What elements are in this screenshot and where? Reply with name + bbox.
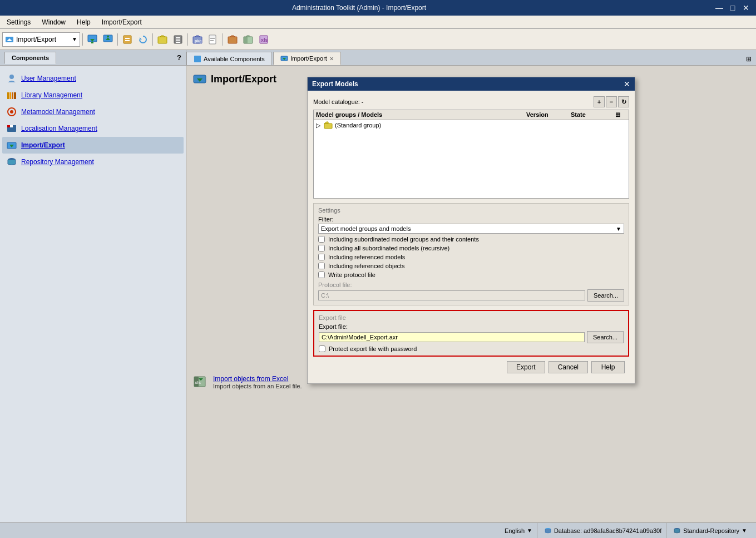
sidebar-item-import-export[interactable]: Import/Export: [2, 137, 184, 154]
dialog-overlay: Export Models ✕ Model catalogue: - + − ↻: [186, 66, 756, 522]
cb-all-subordinated[interactable]: [318, 245, 325, 251]
help-dialog-button[interactable]: Help: [591, 361, 625, 373]
menu-help[interactable]: Help: [72, 17, 95, 27]
tree-col-models: Model groups / Models: [316, 111, 526, 119]
nav-list: User Management Library Management Metam…: [0, 66, 186, 522]
sidebar-item-user-management[interactable]: User Management: [2, 70, 184, 87]
svg-rect-33: [7, 92, 9, 99]
right-panel: Available Components Import/Export ✕ ⊞ I…: [186, 50, 756, 522]
settings-section: Settings Filter: Export model groups and…: [313, 203, 629, 305]
dialog-close-button[interactable]: ✕: [624, 80, 630, 88]
export-models-dialog: Export Models ✕ Model catalogue: - + − ↻: [307, 77, 635, 384]
filter-select[interactable]: Export model groups and models ▼: [318, 224, 624, 234]
repository-selector[interactable]: Standard-Repository ▼: [683, 527, 747, 534]
menu-import-export[interactable]: Import/Export: [97, 17, 146, 27]
add-catalogue-btn[interactable]: +: [594, 96, 605, 107]
database-label: Database: ad98afa6ac8b74241a09a30f: [554, 527, 661, 534]
protocol-file-label: Protocol file:: [318, 282, 624, 288]
components-tab[interactable]: Components: [4, 52, 56, 64]
toolbar-btn-8[interactable]: [206, 32, 220, 47]
refresh-catalogue-btn[interactable]: ↻: [618, 96, 629, 107]
repository-segment: Standard-Repository ▼: [669, 523, 752, 538]
toolbar-btn-4[interactable]: [136, 32, 150, 47]
tree-col-state: State: [571, 111, 615, 119]
svg-marker-19: [195, 36, 200, 37]
tree-col-expand: ⊞: [615, 111, 626, 119]
tree-expand-icon[interactable]: ▷: [316, 122, 324, 129]
tab-import-export[interactable]: Import/Export ✕: [273, 52, 341, 65]
help-button[interactable]: ?: [177, 53, 181, 62]
tree-row-standard-group[interactable]: ▷ (Standard group): [314, 120, 629, 130]
svg-rect-42: [13, 125, 16, 127]
toolbar-dropdown-arrow: ▼: [72, 36, 77, 42]
cb-subordinated-groups[interactable]: [318, 236, 325, 243]
cb-referenced-models[interactable]: [318, 254, 325, 260]
tab-close-btn[interactable]: ✕: [329, 56, 334, 62]
model-catalogue-label: Model catalogue: -: [313, 98, 364, 105]
toolbar-sep-5: [223, 33, 223, 46]
sidebar-item-localisation-management[interactable]: Localisation Management: [2, 120, 184, 137]
dialog-title: Export Models: [312, 80, 358, 88]
svg-rect-4: [91, 42, 93, 43]
tab-expand-btn[interactable]: ⊞: [742, 53, 756, 65]
database-icon: [544, 527, 552, 535]
checkbox-password: Protect export file with password: [319, 345, 624, 352]
standard-group-label: (Standard group): [335, 122, 381, 129]
cb-referenced-objects[interactable]: [318, 263, 325, 269]
export-file-input[interactable]: [319, 332, 585, 342]
svg-marker-52: [324, 122, 328, 124]
svg-marker-13: [160, 36, 165, 37]
toolbar-btn-9[interactable]: [225, 32, 240, 47]
menu-settings[interactable]: Settings: [2, 17, 35, 27]
import-export-sidebar-icon: [7, 140, 17, 150]
language-label: English: [505, 527, 525, 534]
language-segment: English ▼: [500, 523, 537, 538]
export-button[interactable]: Export: [507, 361, 545, 373]
sidebar-item-metamodel-management[interactable]: Metamodel Management: [2, 103, 184, 120]
toolbar-btn-10[interactable]: [241, 32, 255, 47]
toolbar-btn-11[interactable]: xls: [256, 32, 271, 47]
toolbar-btn-5[interactable]: [155, 32, 170, 47]
protocol-file-input[interactable]: [318, 290, 585, 300]
cb-password[interactable]: [319, 345, 325, 352]
svg-marker-26: [230, 36, 235, 37]
content-area: Import/Export Export Models ✕ Model cata…: [186, 66, 756, 522]
cancel-button[interactable]: Cancel: [549, 361, 588, 373]
svg-rect-46: [194, 56, 201, 62]
toolbar-btn-6[interactable]: [171, 32, 185, 47]
menu-window[interactable]: Window: [37, 17, 70, 27]
svg-rect-25: [228, 37, 237, 43]
checkbox-all-subordinated-models: Including all subordinated models (recur…: [318, 245, 624, 251]
repository-arrow: ▼: [742, 527, 747, 534]
language-selector[interactable]: English ▼: [505, 527, 532, 534]
tab-available-components[interactable]: Available Components: [186, 52, 272, 65]
svg-rect-29: [244, 37, 248, 43]
sidebar-item-library-management[interactable]: Library Management: [2, 87, 184, 103]
localisation-management-icon: [7, 124, 17, 134]
checkbox-referenced-objects: Including referenced objects: [318, 263, 624, 269]
toolbar-btn-3[interactable]: [120, 32, 135, 47]
toolbar-dropdown[interactable]: Import/Export ▼: [2, 32, 80, 47]
library-management-icon: [7, 90, 17, 100]
sidebar-item-repository-management[interactable]: Repository Management: [2, 154, 184, 170]
maximize-button[interactable]: □: [727, 2, 738, 13]
cb-write-protocol[interactable]: [318, 272, 325, 278]
svg-rect-16: [176, 40, 180, 41]
svg-rect-35: [12, 92, 13, 99]
svg-rect-8: [123, 36, 131, 43]
available-components-tab-icon: [194, 55, 201, 63]
close-button[interactable]: ✕: [740, 2, 752, 13]
svg-marker-28: [246, 36, 250, 37]
export-search-button[interactable]: Search...: [587, 331, 624, 343]
toolbar-btn-1[interactable]: [85, 32, 100, 47]
toolbar-btn-7[interactable]: pkg: [190, 32, 205, 47]
model-tree: Model groups / Models Version State ⊞ ▷ …: [313, 110, 629, 199]
svg-rect-41: [10, 125, 13, 127]
svg-rect-23: [210, 38, 215, 39]
svg-rect-21: [209, 35, 216, 44]
remove-catalogue-btn[interactable]: −: [606, 96, 617, 107]
toolbar-btn-2[interactable]: [101, 32, 115, 47]
protocol-search-button[interactable]: Search...: [587, 289, 624, 302]
minimize-button[interactable]: —: [714, 2, 725, 13]
left-panel: Components ? User Management Library Man…: [0, 50, 186, 522]
